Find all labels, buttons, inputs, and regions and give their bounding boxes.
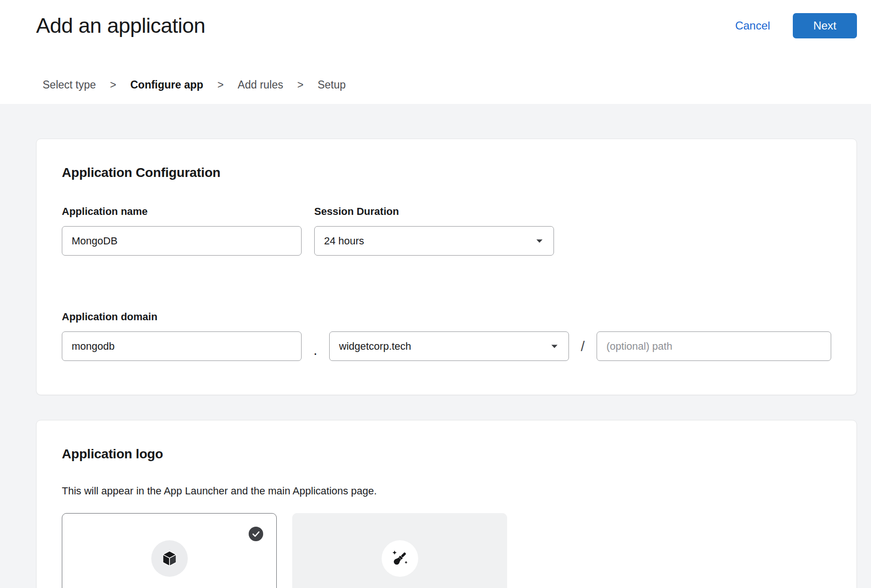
application-name-label: Application name bbox=[62, 206, 302, 218]
step-setup[interactable]: Setup bbox=[317, 79, 346, 91]
subdomain-input[interactable] bbox=[62, 331, 302, 361]
session-duration-select[interactable]: 24 hours bbox=[314, 226, 554, 256]
application-domain-field: Application domain . widgetcorp.tech / bbox=[62, 311, 831, 361]
domain-select[interactable]: widgetcorp.tech bbox=[329, 331, 569, 361]
header-actions: Cancel Next bbox=[735, 13, 857, 38]
application-domain-label: Application domain bbox=[62, 311, 831, 323]
cancel-button[interactable]: Cancel bbox=[735, 19, 770, 32]
application-name-field: Application name bbox=[62, 206, 302, 256]
application-logo-heading: Application logo bbox=[62, 447, 831, 462]
session-duration-value: 24 hours bbox=[324, 235, 364, 247]
page-title: Add an application bbox=[36, 14, 205, 38]
logo-option-custom[interactable]: Custom bbox=[292, 513, 507, 588]
check-icon bbox=[249, 527, 263, 541]
paintbrush-icon bbox=[382, 540, 418, 577]
step-add-rules[interactable]: Add rules bbox=[238, 79, 283, 91]
cube-icon bbox=[151, 540, 188, 577]
session-duration-label: Session Duration bbox=[314, 206, 554, 218]
path-input[interactable] bbox=[597, 331, 831, 361]
application-name-input[interactable] bbox=[62, 226, 302, 256]
logo-option-default[interactable]: Default bbox=[62, 513, 277, 588]
page-content: Application Configuration Application na… bbox=[0, 104, 871, 588]
step-configure-app[interactable]: Configure app bbox=[130, 79, 203, 91]
chevron-down-icon bbox=[551, 344, 558, 349]
chevron-down-icon bbox=[536, 239, 543, 243]
application-domain-row: . widgetcorp.tech / bbox=[62, 331, 831, 361]
next-button[interactable]: Next bbox=[793, 13, 857, 38]
breadcrumb: Select type > Configure app > Add rules … bbox=[43, 79, 857, 104]
application-configuration-heading: Application Configuration bbox=[62, 165, 831, 180]
header-row: Add an application Cancel Next bbox=[36, 13, 857, 38]
application-logo-card: Application logo This will appear in the… bbox=[36, 420, 857, 588]
application-configuration-card: Application Configuration Application na… bbox=[36, 139, 857, 395]
logo-options: Default bbox=[62, 513, 831, 588]
domain-select-value: widgetcorp.tech bbox=[339, 340, 411, 353]
page-header: Add an application Cancel Next Select ty… bbox=[0, 0, 871, 104]
domain-dot-separator: . bbox=[302, 342, 329, 358]
step-select-type[interactable]: Select type bbox=[43, 79, 96, 91]
breadcrumb-separator: > bbox=[217, 79, 223, 91]
breadcrumb-separator: > bbox=[297, 79, 303, 91]
application-logo-description: This will appear in the App Launcher and… bbox=[62, 485, 831, 497]
breadcrumb-separator: > bbox=[110, 79, 116, 91]
domain-slash-separator: / bbox=[569, 338, 597, 354]
name-session-row: Application name Session Duration 24 hou… bbox=[62, 206, 831, 256]
session-duration-field: Session Duration 24 hours bbox=[314, 206, 554, 256]
